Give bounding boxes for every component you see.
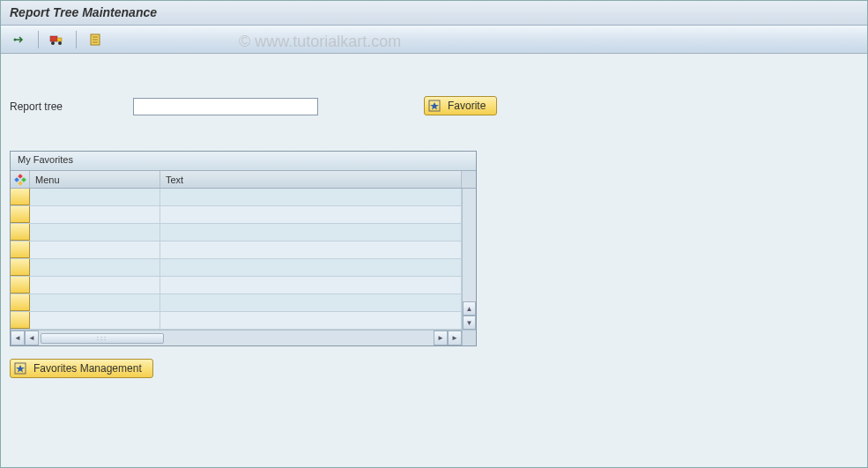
document-icon [89,33,101,46]
horizontal-scrollbar: ◄ ◄ ::: ► ► [11,330,476,345]
select-all-icon[interactable] [11,171,30,188]
scroll-right-button[interactable]: ► [448,331,462,345]
h-scroll-track[interactable]: ::: [39,331,434,345]
cell-text[interactable] [160,259,462,276]
cell-menu[interactable] [30,312,160,329]
svg-point-3 [51,41,55,45]
window-title: Report Tree Maintenance [10,5,157,19]
h-scroll-thumb[interactable]: ::: [41,333,164,344]
execute-icon-button[interactable] [8,29,31,50]
scroll-left-page-button[interactable]: ◄ [25,331,39,345]
favorite-icon [428,100,441,112]
report-tree-label: Report tree [10,100,124,113]
table-row [11,294,462,312]
svg-point-4 [58,41,62,45]
scroll-down-button[interactable]: ▼ [463,316,476,330]
cell-menu[interactable] [30,277,160,293]
cell-menu[interactable] [30,224,160,241]
table-row [11,312,462,330]
cell-menu[interactable] [30,259,160,276]
row-selector[interactable] [11,241,30,258]
row-selector[interactable] [11,206,30,223]
cell-text[interactable] [160,294,462,311]
table-row [11,259,462,277]
title-bar: Report Tree Maintenance [1,1,867,26]
svg-rect-2 [57,38,62,41]
cell-text[interactable] [160,241,462,258]
row-selector[interactable] [11,294,30,311]
svg-rect-12 [21,177,26,182]
cell-text[interactable] [160,189,462,205]
report-tree-input[interactable] [133,98,318,115]
favorites-panel: My Favorites Menu Text [10,151,477,346]
scroll-corner [462,331,476,345]
application-toolbar [1,26,867,54]
truck-icon [49,33,65,46]
svg-rect-11 [14,177,19,182]
cell-text[interactable] [160,312,462,329]
favorites-management-label: Favorites Management [33,362,142,375]
favorites-panel-header: My Favorites [11,152,476,171]
arrow-right-icon [12,33,26,47]
scroll-left-button[interactable]: ◄ [11,331,25,345]
svg-point-0 [14,38,17,41]
cell-text[interactable] [160,277,462,293]
column-header-scroll [462,171,476,188]
grid-rows [11,189,462,330]
toolbar-separator [76,31,77,48]
scroll-right-page-button[interactable]: ► [434,331,448,345]
row-selector[interactable] [11,277,30,293]
row-selector[interactable] [11,259,30,276]
row-selector[interactable] [11,312,30,329]
favorites-management-icon [14,362,26,375]
row-selector[interactable] [11,189,30,205]
cell-text[interactable] [160,224,462,241]
cell-menu[interactable] [30,189,160,205]
cell-menu[interactable] [30,206,160,223]
cell-text[interactable] [160,206,462,223]
table-row [11,241,462,259]
table-row [11,277,462,294]
main-content: Report tree Favorite My Favorites [1,54,867,387]
svg-rect-13 [18,181,23,186]
cell-menu[interactable] [30,294,160,311]
row-selector[interactable] [11,224,30,241]
transport-icon-button[interactable] [46,29,69,50]
grid-header: Menu Text [11,171,476,189]
table-row [11,224,462,241]
favorites-grid: Menu Text [11,171,476,345]
cell-menu[interactable] [30,241,160,258]
column-header-text[interactable]: Text [160,171,462,188]
table-row [11,206,462,224]
table-row [11,189,462,206]
svg-rect-10 [18,174,23,179]
toolbar-separator [38,31,39,48]
svg-rect-1 [50,36,57,41]
favorite-button-label: Favorite [448,100,486,112]
scroll-up-button[interactable]: ▲ [463,301,476,316]
favorites-management-button[interactable]: Favorites Management [10,359,153,378]
v-scroll-track[interactable] [463,189,476,301]
vertical-scrollbar: ▲ ▼ [462,189,476,330]
grid-body: ▲ ▼ [11,189,476,330]
favorite-button[interactable]: Favorite [424,96,497,115]
display-icon-button[interactable] [84,29,107,50]
column-header-menu[interactable]: Menu [30,171,160,188]
